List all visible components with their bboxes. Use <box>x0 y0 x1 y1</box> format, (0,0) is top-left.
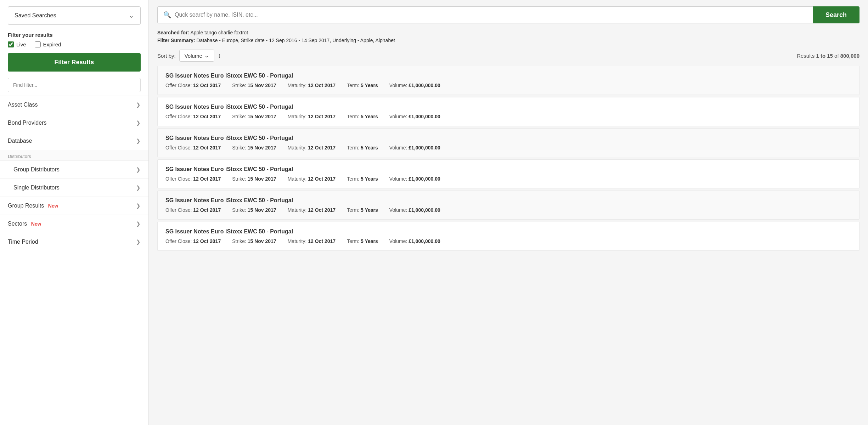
filter-item-group-distributors[interactable]: Group Distributors ❯ <box>0 160 148 178</box>
volume: Volume: £1,000,000.00 <box>389 207 440 213</box>
term: Term: 5 Years <box>347 176 378 182</box>
result-title: SG Issuer Notes Euro iStoxx EWC 50 - Por… <box>165 135 851 141</box>
filter-item-sectors[interactable]: Sectors New ❯ <box>0 215 148 233</box>
sort-order-icon[interactable]: ↕︎ <box>218 52 221 60</box>
saved-searches-label: Saved Searches <box>15 12 56 19</box>
chevron-right-icon: ❯ <box>136 120 141 126</box>
filter-summary-row: Filter Summary: Database - Europe, Strik… <box>157 38 859 43</box>
distributors-section-label: Distributors <box>0 150 148 160</box>
sort-dropdown[interactable]: Volume ⌄ <box>179 50 214 62</box>
results-range: 1 to 15 <box>816 53 833 59</box>
maturity: Maturity: 12 Oct 2017 <box>288 176 336 182</box>
filter-item-time-period[interactable]: Time Period ❯ <box>0 233 148 251</box>
search-bar-row: 🔍 Search <box>157 6 859 23</box>
chevron-right-icon: ❯ <box>136 102 141 108</box>
result-meta: Offer Close: 12 Oct 2017 Strike: 15 Nov … <box>165 114 851 119</box>
sort-row: Sort by: Volume ⌄ ↕︎ Results 1 to 15 of … <box>157 50 859 62</box>
chevron-right-icon: ❯ <box>136 239 141 245</box>
saved-searches-dropdown[interactable]: Saved Searches ⌄ <box>8 6 141 25</box>
term: Term: 5 Years <box>347 83 378 88</box>
strike: Strike: 15 Nov 2017 <box>232 207 276 213</box>
offer-close: Offer Close: 12 Oct 2017 <box>165 176 221 182</box>
strike: Strike: 15 Nov 2017 <box>232 83 276 88</box>
chevron-down-icon: ⌄ <box>129 12 134 19</box>
chevron-right-icon: ❯ <box>136 203 141 209</box>
maturity: Maturity: 12 Oct 2017 <box>288 114 336 119</box>
filter-summary-value: Database - Europe, Strike date - 12 Sep … <box>196 38 395 43</box>
expired-checkbox[interactable] <box>35 41 41 47</box>
results-list: SG Issuer Notes Euro iStoxx EWC 50 - Por… <box>157 66 859 251</box>
chevron-right-icon: ❯ <box>136 221 141 227</box>
result-item[interactable]: SG Issuer Notes Euro iStoxx EWC 50 - Por… <box>157 97 859 126</box>
offer-close: Offer Close: 12 Oct 2017 <box>165 238 221 244</box>
result-item[interactable]: SG Issuer Notes Euro iStoxx EWC 50 - Por… <box>157 222 859 251</box>
strike: Strike: 15 Nov 2017 <box>232 114 276 119</box>
filter-label-database: Database <box>8 138 32 144</box>
result-meta: Offer Close: 12 Oct 2017 Strike: 15 Nov … <box>165 238 851 244</box>
filter-label-group-distributors: Group Distributors <box>13 166 60 173</box>
volume: Volume: £1,000,000.00 <box>389 238 440 244</box>
sidebar: Saved Searches ⌄ Filter your results Liv… <box>0 0 149 425</box>
volume: Volume: £1,000,000.00 <box>389 114 440 119</box>
filter-item-group-results[interactable]: Group Results New ❯ <box>0 197 148 215</box>
result-meta: Offer Close: 12 Oct 2017 Strike: 15 Nov … <box>165 176 851 182</box>
result-item[interactable]: SG Issuer Notes Euro iStoxx EWC 50 - Por… <box>157 159 859 188</box>
filter-item-database[interactable]: Database ❯ <box>0 132 148 150</box>
filter-list: Asset Class ❯ Bond Providers ❯ Database … <box>0 96 148 251</box>
offer-close: Offer Close: 12 Oct 2017 <box>165 83 221 88</box>
filter-label-sectors: Sectors New <box>8 221 41 227</box>
maturity: Maturity: 12 Oct 2017 <box>288 207 336 213</box>
strike: Strike: 15 Nov 2017 <box>232 145 276 151</box>
filter-header: Filter your results <box>0 32 148 41</box>
filter-label-single-distributors: Single Distributors <box>13 185 60 191</box>
filter-label-bond-providers: Bond Providers <box>8 120 46 126</box>
result-title: SG Issuer Notes Euro iStoxx EWC 50 - Por… <box>165 197 851 204</box>
strike: Strike: 15 Nov 2017 <box>232 238 276 244</box>
checkboxes-row: Live Expired <box>0 41 148 53</box>
maturity: Maturity: 12 Oct 2017 <box>288 83 336 88</box>
live-checkbox-label[interactable]: Live <box>8 41 26 47</box>
chevron-right-icon: ❯ <box>136 166 141 173</box>
result-title: SG Issuer Notes Euro iStoxx EWC 50 - Por… <box>165 104 851 110</box>
result-item[interactable]: SG Issuer Notes Euro iStoxx EWC 50 - Por… <box>157 128 859 157</box>
filter-summary-label: Filter Summary: <box>157 38 195 43</box>
search-button[interactable]: Search <box>813 6 859 23</box>
result-meta: Offer Close: 12 Oct 2017 Strike: 15 Nov … <box>165 83 851 88</box>
search-input-wrapper: 🔍 <box>157 6 813 23</box>
result-meta: Offer Close: 12 Oct 2017 Strike: 15 Nov … <box>165 145 851 151</box>
offer-close: Offer Close: 12 Oct 2017 <box>165 145 221 151</box>
result-item[interactable]: SG Issuer Notes Euro iStoxx EWC 50 - Por… <box>157 191 859 220</box>
find-filter-input[interactable] <box>8 78 141 92</box>
strike: Strike: 15 Nov 2017 <box>232 176 276 182</box>
live-checkbox[interactable] <box>8 41 14 47</box>
volume: Volume: £1,000,000.00 <box>389 145 440 151</box>
filter-label-group-results: Group Results New <box>8 203 58 209</box>
maturity: Maturity: 12 Oct 2017 <box>288 145 336 151</box>
result-title: SG Issuer Notes Euro iStoxx EWC 50 - Por… <box>165 228 851 235</box>
filter-item-asset-class[interactable]: Asset Class ❯ <box>0 96 148 114</box>
filter-item-bond-providers[interactable]: Bond Providers ❯ <box>0 114 148 132</box>
offer-close: Offer Close: 12 Oct 2017 <box>165 207 221 213</box>
results-of: of <box>834 53 839 59</box>
result-item[interactable]: SG Issuer Notes Euro iStoxx EWC 50 - Por… <box>157 66 859 95</box>
searched-for-label: Searched for: <box>157 30 189 35</box>
searched-for-row: Searched for: Apple tango charlie foxtro… <box>157 30 859 35</box>
filter-results-button[interactable]: Filter Results <box>8 53 141 72</box>
term: Term: 5 Years <box>347 145 378 151</box>
live-label: Live <box>16 41 26 47</box>
result-title: SG Issuer Notes Euro iStoxx EWC 50 - Por… <box>165 73 851 79</box>
badge-new-group-results: New <box>48 203 58 209</box>
app-container: Saved Searches ⌄ Filter your results Liv… <box>0 0 868 425</box>
expired-checkbox-label[interactable]: Expired <box>35 41 61 47</box>
badge-new-sectors: New <box>31 221 41 227</box>
chevron-down-icon: ⌄ <box>204 52 209 59</box>
results-text: Results <box>797 53 815 59</box>
searched-for-value: Apple tango charlie foxtrot <box>190 30 248 35</box>
chevron-right-icon: ❯ <box>136 138 141 144</box>
results-total: 800,000 <box>840 53 859 59</box>
results-count: Results 1 to 15 of 800,000 <box>797 53 859 59</box>
search-input[interactable] <box>175 7 807 23</box>
filter-item-single-distributors[interactable]: Single Distributors ❯ <box>0 178 148 197</box>
volume: Volume: £1,000,000.00 <box>389 83 440 88</box>
filter-label-time-period: Time Period <box>8 239 38 245</box>
